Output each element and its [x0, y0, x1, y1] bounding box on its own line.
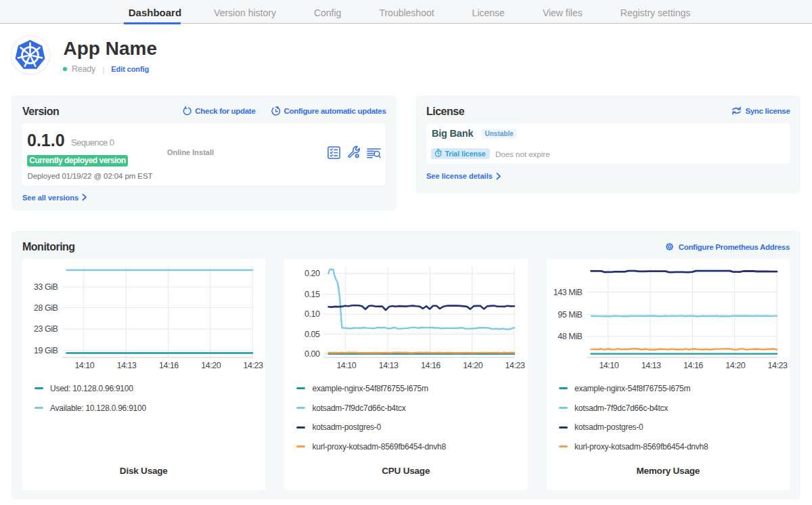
- svg-text:95 MiB: 95 MiB: [558, 309, 582, 319]
- svg-text:19 GiB: 19 GiB: [33, 346, 58, 355]
- svg-text:14:10: 14:10: [336, 360, 356, 370]
- svg-text:14:16: 14:16: [159, 360, 179, 370]
- svg-text:48 MiB: 48 MiB: [558, 332, 582, 341]
- svg-text:14:20: 14:20: [201, 360, 221, 370]
- svg-text:14:23: 14:23: [767, 360, 787, 370]
- svg-text:14:20: 14:20: [463, 360, 482, 370]
- svg-text:14:16: 14:16: [683, 360, 703, 370]
- svg-text:14:20: 14:20: [725, 360, 745, 370]
- svg-text:14:13: 14:13: [641, 360, 660, 370]
- svg-text:0.10: 0.10: [304, 309, 320, 319]
- svg-text:14:23: 14:23: [505, 360, 525, 370]
- svg-text:14:10: 14:10: [74, 360, 94, 370]
- svg-text:33 GiB: 33 GiB: [33, 282, 58, 292]
- svg-text:14:23: 14:23: [243, 360, 263, 370]
- svg-text:0.05: 0.05: [304, 329, 320, 338]
- svg-text:14:13: 14:13: [379, 360, 399, 370]
- svg-text:28 GiB: 28 GiB: [33, 303, 58, 312]
- svg-text:0.20: 0.20: [304, 269, 320, 278]
- svg-text:14:16: 14:16: [421, 360, 441, 370]
- svg-text:23 GiB: 23 GiB: [33, 324, 58, 334]
- svg-text:0.00: 0.00: [304, 349, 320, 358]
- svg-text:14:10: 14:10: [599, 360, 618, 370]
- svg-text:143 MiB: 143 MiB: [553, 287, 582, 297]
- svg-text:0.15: 0.15: [304, 289, 320, 299]
- svg-text:14:13: 14:13: [116, 360, 136, 370]
